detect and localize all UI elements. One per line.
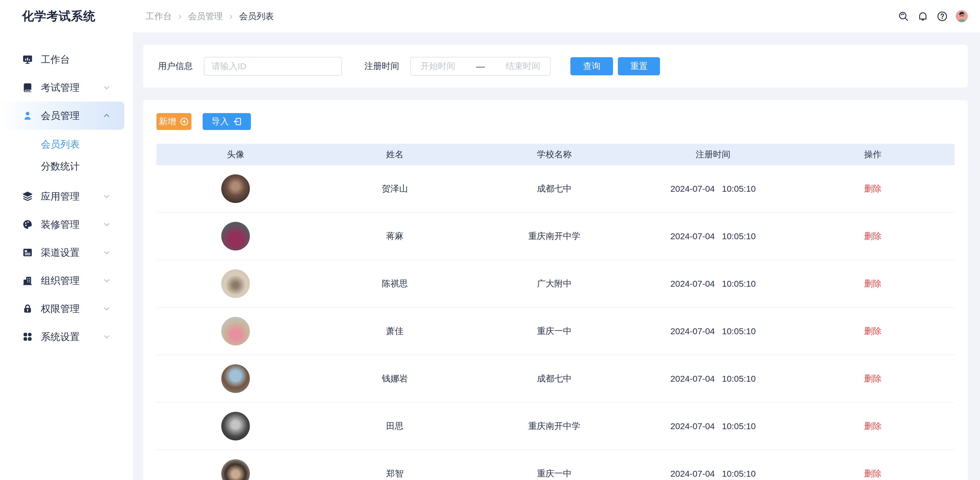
main-content: 用户信息 注册时间 开始时间 — 结束时间 查询 重置 新增 导入 xyxy=(133,32,980,480)
actions-cell: 删除 xyxy=(792,373,953,384)
sidebar-item-label: 渠道设置 xyxy=(41,246,80,259)
sidebar-item-channel[interactable]: 渠道设置 xyxy=(0,238,133,266)
table-header: 头像 姓名 学校名称 注册时间 操作 xyxy=(156,144,955,165)
sidebar-subitem-member-list[interactable]: 会员列表 xyxy=(0,133,133,155)
monitor-icon xyxy=(21,53,34,65)
chevron-down-icon xyxy=(102,247,112,258)
table-body: 贺泽山成都七中2024-07-0410:05:10删除蒋麻重庆南开中学2024-… xyxy=(156,165,955,480)
date-range-picker[interactable]: 开始时间 — 结束时间 xyxy=(410,57,550,76)
delete-link[interactable]: 删除 xyxy=(864,183,881,193)
actions-cell: 删除 xyxy=(792,325,953,337)
import-button-label: 导入 xyxy=(212,116,229,128)
avatar-cell xyxy=(156,174,315,203)
sidebar-item-org[interactable]: 组织管理 xyxy=(0,266,133,295)
start-time-placeholder: 开始时间 xyxy=(421,60,455,72)
delete-link[interactable]: 删除 xyxy=(864,231,881,241)
import-button[interactable]: 导入 xyxy=(203,113,251,130)
delete-link[interactable]: 删除 xyxy=(864,469,881,478)
reg-date: 2024-07-04 xyxy=(670,469,715,478)
member-avatar xyxy=(221,270,250,298)
sidebar-item-system[interactable]: 系统设置 xyxy=(0,323,133,351)
avatar-cell xyxy=(156,222,315,250)
bell-icon[interactable] xyxy=(917,11,929,22)
member-school: 重庆一中 xyxy=(475,325,634,337)
reg-clock: 10:05:10 xyxy=(722,469,756,479)
reset-button[interactable]: 重置 xyxy=(618,57,660,75)
sidebar-item-perm[interactable]: 权限管理 xyxy=(0,295,133,323)
avatar-cell xyxy=(156,317,315,346)
member-school: 重庆南开中学 xyxy=(475,230,634,242)
member-school: 广大附中 xyxy=(475,278,634,290)
sidebar-menu: 工作台考试管理会员管理会员列表分数统计应用管理装修管理渠道设置组织管理权限管理系… xyxy=(0,32,133,351)
column-header-actions: 操作 xyxy=(792,148,953,160)
delete-link[interactable]: 删除 xyxy=(864,373,881,383)
avatar-cell xyxy=(156,459,315,480)
avatar-cell xyxy=(156,364,315,393)
member-icon xyxy=(21,110,34,122)
column-header-school: 学校名称 xyxy=(475,148,634,160)
breadcrumb-member-management[interactable]: 会员管理 xyxy=(188,11,223,22)
reg-clock: 10:05:10 xyxy=(722,279,756,289)
column-header-regtime: 注册时间 xyxy=(634,148,792,160)
column-header-name: 姓名 xyxy=(315,148,475,160)
member-name: 陈祺思 xyxy=(315,278,475,290)
plus-circle-icon xyxy=(180,117,189,126)
chevron-down-icon xyxy=(102,304,112,314)
member-avatar xyxy=(221,174,250,203)
sidebar: 工作台考试管理会员管理会员列表分数统计应用管理装修管理渠道设置组织管理权限管理系… xyxy=(0,32,133,480)
sidebar-submenu-member: 会员列表分数统计 xyxy=(0,130,133,182)
breadcrumb-workbench[interactable]: 工作台 xyxy=(146,11,172,22)
add-button[interactable]: 新增 xyxy=(156,113,191,130)
search-icon[interactable] xyxy=(897,11,909,22)
member-name: 蒋麻 xyxy=(315,230,475,242)
chevron-down-icon xyxy=(102,332,112,342)
member-name: 萧佳 xyxy=(315,325,475,337)
actions-cell: 删除 xyxy=(792,468,953,480)
help-icon[interactable] xyxy=(936,11,948,22)
delete-link[interactable]: 删除 xyxy=(864,279,881,288)
sidebar-item-workbench[interactable]: 工作台 xyxy=(0,45,133,73)
member-reg-time: 2024-07-0410:05:10 xyxy=(634,184,792,194)
member-avatar xyxy=(221,412,250,440)
sidebar-item-decor[interactable]: 装修管理 xyxy=(0,210,133,238)
search-button[interactable]: 查询 xyxy=(570,57,613,75)
sidebar-item-label: 考试管理 xyxy=(41,81,80,94)
lock-icon xyxy=(21,303,34,315)
delete-link[interactable]: 删除 xyxy=(864,421,881,431)
sidebar-item-exam[interactable]: 考试管理 xyxy=(0,73,133,102)
delete-link[interactable]: 删除 xyxy=(864,326,881,336)
member-name: 郑智 xyxy=(315,468,475,480)
reg-clock: 10:05:10 xyxy=(722,184,756,194)
reg-clock: 10:05:10 xyxy=(722,374,756,384)
user-info-label: 用户信息 xyxy=(158,60,192,72)
breadcrumb: 工作台 › 会员管理 › 会员列表 xyxy=(146,0,274,32)
member-reg-time: 2024-07-0410:05:10 xyxy=(634,374,792,384)
avatar-cell xyxy=(156,412,315,440)
column-header-avatar: 头像 xyxy=(156,148,315,160)
member-name: 田思 xyxy=(315,420,475,432)
member-name: 钱娜岩 xyxy=(315,373,475,384)
grid-icon xyxy=(21,331,34,343)
sidebar-item-label: 系统设置 xyxy=(41,330,80,343)
reg-date: 2024-07-04 xyxy=(670,279,715,289)
user-avatar[interactable] xyxy=(956,10,968,22)
chevron-down-icon xyxy=(102,83,112,92)
layers-icon xyxy=(21,190,34,203)
sidebar-item-member[interactable]: 会员管理 xyxy=(0,102,124,130)
table-row: 贺泽山成都七中2024-07-0410:05:10删除 xyxy=(156,165,955,213)
reg-clock: 10:05:10 xyxy=(722,326,756,336)
reg-time-label: 注册时间 xyxy=(364,60,399,72)
member-reg-time: 2024-07-0410:05:10 xyxy=(634,326,792,336)
import-icon xyxy=(232,117,242,126)
sidebar-item-app[interactable]: 应用管理 xyxy=(0,182,133,210)
user-id-input[interactable] xyxy=(204,57,342,76)
chevron-down-icon xyxy=(102,276,112,286)
sidebar-item-label: 权限管理 xyxy=(41,302,80,315)
reg-clock: 10:05:10 xyxy=(722,421,756,431)
member-reg-time: 2024-07-0410:05:10 xyxy=(634,421,792,431)
member-avatar xyxy=(221,364,250,393)
member-school: 成都七中 xyxy=(475,373,634,384)
sidebar-subitem-score-stats[interactable]: 分数统计 xyxy=(0,155,133,177)
table-row: 钱娜岩成都七中2024-07-0410:05:10删除 xyxy=(156,355,955,403)
filter-panel: 用户信息 注册时间 开始时间 — 结束时间 查询 重置 xyxy=(143,45,968,88)
